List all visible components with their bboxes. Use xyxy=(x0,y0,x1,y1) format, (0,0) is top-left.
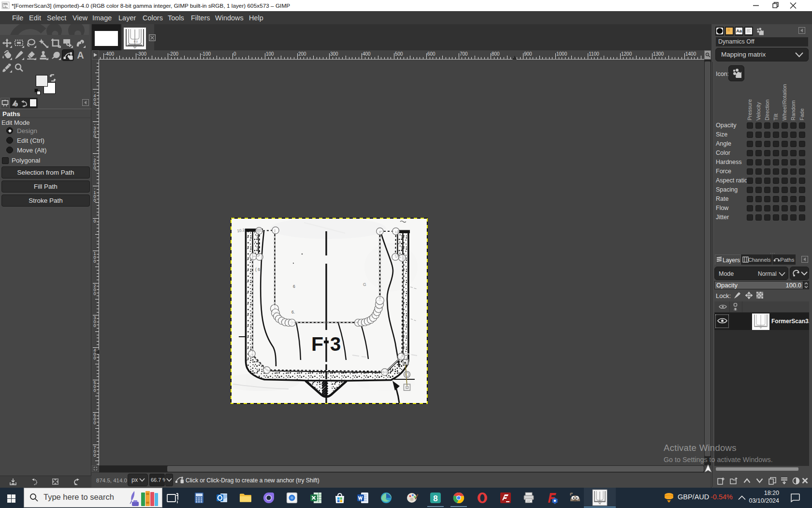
svg-text:Direction: Direction xyxy=(764,100,770,120)
svg-text:Velocity: Velocity xyxy=(755,102,761,120)
svg-text:8: 8 xyxy=(433,494,437,503)
svg-text:Random: Random xyxy=(790,100,796,120)
svg-text:A: A xyxy=(77,50,84,60)
svg-text:Tilt: Tilt xyxy=(773,114,779,120)
svg-text:Wheel/Rotation: Wheel/Rotation xyxy=(782,84,787,120)
svg-text:F-3: F-3 xyxy=(134,40,138,43)
svg-text:Pressure: Pressure xyxy=(747,99,753,120)
svg-text:i: i xyxy=(15,103,16,106)
svg-text:Fade: Fade xyxy=(799,108,805,120)
